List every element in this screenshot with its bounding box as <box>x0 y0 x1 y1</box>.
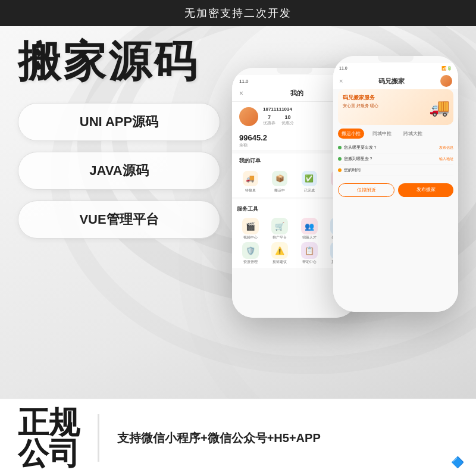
tool-icon-6: 📋 <box>301 242 318 259</box>
q-dot-2 <box>338 168 342 172</box>
q-link-1[interactable]: 输入地址 <box>439 156 453 162</box>
q-item-0: 您从哪里要出发？ 发布信息 <box>338 142 453 154</box>
phone-2-header: × 码兄搬家 <box>333 73 458 89</box>
tool-label-5: 投诉建议 <box>273 260 287 264</box>
btn-search-nearby[interactable]: 仅搜附近 <box>338 183 394 197</box>
tab-local-small[interactable]: 搬运小推 <box>338 129 364 139</box>
q-text-1: 您搬到哪里去？ <box>344 156 437 162</box>
bottom-title-block: 正规 公司 <box>18 407 80 469</box>
tool-6[interactable]: 📋 帮助中心 <box>296 242 323 264</box>
tool-4[interactable]: 🛡️ 资质管理 <box>237 242 264 264</box>
phone-2: 11.0 📶🔋 × 码兄搬家 码兄搬家服务 安心置 好服务 暖心 🚚 搬运小推 … <box>333 56 458 312</box>
order-label-2: 已完成 <box>304 188 315 193</box>
vertical-divider <box>98 414 99 462</box>
q-dot-0 <box>338 146 342 149</box>
tool-icon-5: ⚠️ <box>271 242 288 259</box>
phone-1-notch <box>277 68 312 74</box>
delivery-icon: 🚚 <box>429 98 450 117</box>
q-text-2: 您的时间 <box>344 167 453 173</box>
feature-uni[interactable]: UNI APP源码 <box>18 103 220 141</box>
tool-label-2: 招募人才 <box>302 236 317 240</box>
phone-2-tabs: 搬运小推 同城中推 跨城大推 <box>333 129 458 139</box>
bottom-logo: 🔷 <box>451 456 464 469</box>
tool-label-4: 资质管理 <box>243 260 258 264</box>
top-banner: 无加密支持二次开发 <box>0 0 476 26</box>
p2-header-title: 码兄搬家 <box>378 77 405 86</box>
question-items: 您从哪里要出发？ 发布信息 您搬到哪里去？ 输入地址 您的时间 <box>333 142 458 176</box>
q-item-1: 您搬到哪里去？ 输入地址 <box>338 154 453 165</box>
bottom-title-line1: 正规 <box>18 407 80 438</box>
tool-1[interactable]: 🛒 推广平台 <box>267 218 294 240</box>
phone-2-screen: 11.0 📶🔋 × 码兄搬家 码兄搬家服务 安心置 好服务 暖心 🚚 搬运小推 … <box>333 56 458 312</box>
feature-vue[interactable]: VUE管理平台 <box>18 201 220 239</box>
tool-icon-1: 🛒 <box>271 218 288 234</box>
tool-icon-4: 🛡️ <box>242 242 259 259</box>
tool-icon-2: 👥 <box>301 218 318 234</box>
p2-status-time: 11.0 <box>339 66 347 71</box>
tool-5[interactable]: ⚠️ 投诉建议 <box>267 242 294 264</box>
order-icon-2: ✅ <box>302 171 317 186</box>
order-label-1: 搬运中 <box>274 188 285 193</box>
order-icon-0: 🚚 <box>243 171 258 186</box>
p2-header-avatar <box>440 75 452 87</box>
bottom-title-line2: 公司 <box>18 438 80 469</box>
order-label-0: 待接单 <box>245 188 256 193</box>
phone-2-notch <box>378 56 414 62</box>
tool-label-0: 视频中心 <box>243 236 258 240</box>
tab-cross-city[interactable]: 跨城大推 <box>400 129 426 139</box>
bottom-section: 正规 公司 支持微信小程序+微信公众号+H5+APP 🔷 <box>0 399 476 476</box>
status-time: 11.0 <box>239 79 249 84</box>
q-item-2: 您的时间 <box>338 165 453 176</box>
order-item-0[interactable]: 🚚 待接单 <box>237 171 264 193</box>
tool-label-6: 帮助中心 <box>302 260 317 264</box>
avatar <box>239 107 258 126</box>
order-icon-1: 📦 <box>272 171 287 186</box>
q-text-0: 您从哪里要出发？ <box>344 145 437 151</box>
phone-2-banner: 码兄搬家服务 安心置 好服务 暖心 🚚 <box>338 89 453 125</box>
tool-label-1: 推广平台 <box>273 236 287 240</box>
header-title: 我的 <box>290 89 303 98</box>
close-icon[interactable]: × <box>239 89 243 98</box>
q-dot-1 <box>338 157 342 161</box>
p2-status-battery: 📶🔋 <box>441 66 452 71</box>
q-link-0[interactable]: 发布信息 <box>439 145 453 151</box>
feature-java[interactable]: JAVA源码 <box>18 152 220 190</box>
order-item-1[interactable]: 📦 搬运中 <box>267 171 294 193</box>
phone-2-bottom-buttons: 仅搜附近 发布搬家 <box>333 178 458 202</box>
phone-2-status: 11.0 📶🔋 <box>333 63 458 73</box>
tool-0[interactable]: 🎬 视频中心 <box>237 218 264 240</box>
banner-text: 无加密支持二次开发 <box>184 7 292 19</box>
stat-coupon: 7 优惠券 <box>263 114 275 126</box>
stat-points: 10 优惠分 <box>281 114 294 126</box>
tab-city-mid[interactable]: 同城中推 <box>369 129 395 139</box>
bottom-right: 支持微信小程序+微信公众号+H5+APP <box>117 430 458 446</box>
support-text: 支持微信小程序+微信公众号+H5+APP <box>117 430 458 446</box>
p2-close-icon[interactable]: × <box>339 77 343 84</box>
phones-section: 11.0 ▮▮▮ × 我的 18711111034 7 <box>214 38 476 383</box>
btn-post-move[interactable]: 发布搬家 <box>398 183 453 197</box>
tool-icon-0: 🎬 <box>242 218 259 234</box>
tool-2[interactable]: 👥 招募人才 <box>296 218 323 240</box>
order-item-2[interactable]: ✅ 已完成 <box>296 171 323 193</box>
